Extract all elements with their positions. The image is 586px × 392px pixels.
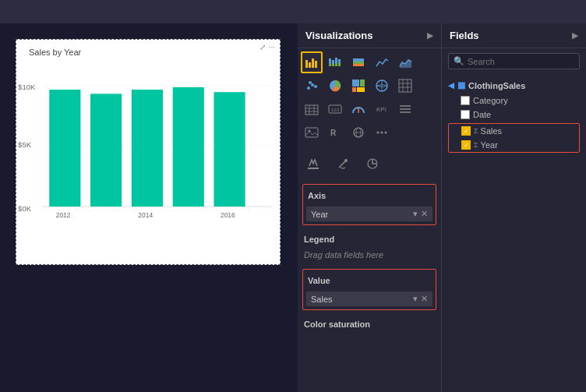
color-label: Color saturation xyxy=(302,316,436,332)
svg-rect-23 xyxy=(335,63,337,66)
svg-point-31 xyxy=(314,85,317,88)
viz-icon-bar-chart[interactable] xyxy=(301,51,323,73)
viz-icon-pie[interactable] xyxy=(324,75,346,97)
paint-icon[interactable] xyxy=(330,151,355,176)
axis-section: Axis Year ▾ ✕ xyxy=(302,184,436,225)
axis-dropdown-icon[interactable]: ▾ xyxy=(413,209,418,219)
svg-point-64 xyxy=(381,132,383,134)
svg-rect-25 xyxy=(338,63,341,66)
field-label-category: Category xyxy=(473,96,508,105)
value-dropdown-icon[interactable]: ▾ xyxy=(413,294,418,304)
field-checkbox-date[interactable] xyxy=(461,110,470,119)
axis-tag-controls: ▾ ✕ xyxy=(413,209,428,219)
fields-panel-arrow[interactable]: ▶ xyxy=(572,31,578,40)
field-row-icons xyxy=(298,147,441,181)
axis-remove-icon[interactable]: ✕ xyxy=(421,209,428,219)
field-checkbox-category[interactable] xyxy=(461,96,470,105)
viz-icon-line[interactable] xyxy=(371,51,393,73)
value-label: Value xyxy=(306,273,432,288)
legend-label: Legend xyxy=(302,231,436,247)
legend-section: Legend Drag data fields here xyxy=(302,231,436,263)
svg-text:$5K: $5K xyxy=(18,140,32,149)
viz-icon-r[interactable]: R xyxy=(324,122,346,143)
chart-title: Sales by Year xyxy=(23,43,87,58)
color-section: Color saturation xyxy=(302,316,436,332)
more-icon[interactable]: ··· xyxy=(269,43,275,51)
field-item-year[interactable]: ✓ Σ Year xyxy=(449,138,579,152)
field-item-sales[interactable]: ✓ Σ Sales xyxy=(449,124,579,138)
bar-chart-svg: $10K $5K $0K 2012 2014 2016 xyxy=(16,62,280,233)
value-tag-controls: ▾ ✕ xyxy=(413,294,428,304)
top-bar xyxy=(0,0,586,23)
viz-icon-scatter[interactable] xyxy=(301,75,323,97)
svg-rect-26 xyxy=(353,58,364,62)
sigma-year: Σ xyxy=(474,141,478,149)
viz-panel-title: Visualizations xyxy=(305,30,372,41)
field-item-category[interactable]: Category xyxy=(448,94,580,108)
fields-panel: Fields ▶ 🔍 ◀ ▦ ClothingSales Category xyxy=(442,23,586,392)
svg-rect-10 xyxy=(214,92,245,207)
svg-rect-16 xyxy=(312,58,314,68)
viz-icons-grid: 123 KPI xyxy=(298,48,441,147)
viz-icon-table[interactable] xyxy=(394,75,416,97)
expand-icon[interactable]: ⤢ xyxy=(259,43,266,51)
svg-rect-57 xyxy=(305,128,318,137)
viz-panel-header: Visualizations ▶ xyxy=(298,23,441,48)
sigma-sales: Σ xyxy=(474,127,478,135)
value-field-tag: Sales ▾ ✕ xyxy=(306,291,432,306)
analytics-icon[interactable] xyxy=(360,151,385,176)
svg-rect-17 xyxy=(315,61,317,68)
search-input[interactable] xyxy=(468,57,574,66)
field-label-date: Date xyxy=(473,110,491,119)
viz-icon-area[interactable] xyxy=(394,51,416,73)
axis-field-tag: Year ▾ ✕ xyxy=(306,207,432,221)
value-section: Value Sales ▾ ✕ xyxy=(302,269,436,310)
fields-group-arrow: ◀ xyxy=(448,81,454,90)
viz-icon-kpi[interactable]: KPI xyxy=(371,98,393,120)
viz-icon-gauge[interactable] xyxy=(348,98,369,120)
viz-icon-matrix[interactable] xyxy=(301,98,323,120)
fields-group-header-clothingsales[interactable]: ◀ ▦ ClothingSales xyxy=(448,77,580,94)
value-remove-icon[interactable]: ✕ xyxy=(421,294,428,304)
field-checkbox-year[interactable]: ✓ xyxy=(461,140,471,150)
value-field-value: Sales xyxy=(311,295,333,304)
svg-rect-45 xyxy=(305,105,318,115)
svg-text:KPI: KPI xyxy=(376,106,387,113)
svg-rect-8 xyxy=(132,90,163,207)
svg-rect-15 xyxy=(309,62,311,68)
axis-label: Axis xyxy=(306,188,432,203)
viz-icon-more[interactable] xyxy=(371,122,393,143)
field-checkbox-sales[interactable]: ✓ xyxy=(461,126,471,136)
svg-point-67 xyxy=(344,159,348,162)
search-box[interactable]: 🔍 xyxy=(448,53,580,69)
svg-rect-27 xyxy=(353,62,364,64)
fields-list: ◀ ▦ ClothingSales Category Date xyxy=(442,74,586,392)
main-area: Sales by Year ⤢ ··· $10K $5K $0K xyxy=(0,23,586,392)
right-panel: Visualizations ▶ xyxy=(298,23,586,392)
viz-icon-globe[interactable] xyxy=(348,122,369,143)
axis-value-sections: Axis Year ▾ ✕ Legend Drag data fields he… xyxy=(298,181,441,341)
svg-rect-21 xyxy=(332,64,334,66)
svg-point-29 xyxy=(307,87,310,90)
fields-panel-title: Fields xyxy=(450,30,479,41)
field-label-sales: Sales xyxy=(481,126,503,136)
svg-text:2014: 2014 xyxy=(138,211,153,219)
svg-rect-40 xyxy=(399,79,411,92)
svg-rect-35 xyxy=(360,79,365,87)
viz-icon-card[interactable]: 123 xyxy=(324,98,346,120)
format-icon[interactable] xyxy=(301,151,326,176)
viz-icon-100-bar[interactable] xyxy=(348,51,369,73)
viz-icon-map[interactable] xyxy=(371,75,393,97)
table-icon: ▦ xyxy=(457,80,465,90)
viz-icon-stacked-bar[interactable] xyxy=(324,51,346,73)
svg-rect-22 xyxy=(335,58,337,63)
svg-rect-24 xyxy=(338,59,341,63)
svg-point-32 xyxy=(309,81,312,84)
viz-panel-arrow[interactable]: ▶ xyxy=(427,31,433,40)
svg-point-65 xyxy=(385,132,387,134)
svg-rect-20 xyxy=(332,60,334,64)
field-item-date[interactable]: Date xyxy=(448,108,580,122)
viz-icon-image[interactable] xyxy=(301,122,323,143)
viz-icon-slicer[interactable] xyxy=(394,98,416,120)
viz-icon-treemap[interactable] xyxy=(348,75,369,97)
